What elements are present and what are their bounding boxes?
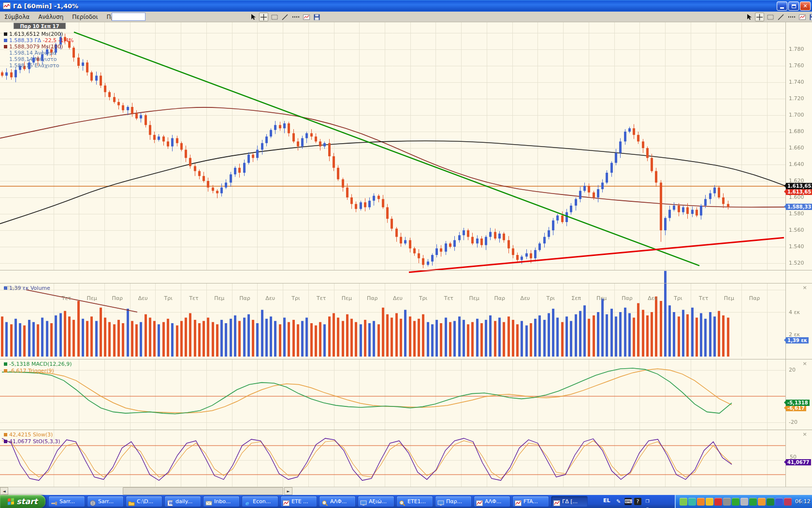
task-button-6[interactable]: ETE ... — [280, 496, 317, 507]
slow-marker — [4, 433, 7, 436]
toolbar-expand-icon[interactable]: ❐▾ — [644, 498, 651, 505]
tray-icon-11[interactable] — [767, 498, 774, 506]
task-button-9[interactable]: ΕΤΕ1... — [396, 496, 433, 507]
scroll-right-arrow[interactable]: ► — [284, 487, 292, 495]
scroll-left-arrow[interactable]: ◄ — [0, 487, 8, 495]
task-button-12[interactable]: FTA... — [512, 496, 549, 507]
day-axis-label: Τετ — [189, 295, 198, 301]
legend-symbol: 1.588,33 ΓΔ -22,5 -1,4% — [4, 37, 74, 44]
task-label: ΕΤΕ1... — [407, 498, 426, 505]
day-axis-label: Παρ — [749, 295, 760, 301]
volume-axis-label: 4 εκ — [789, 309, 800, 315]
trendline-icon[interactable] — [280, 13, 290, 21]
ie-icon: e — [244, 499, 251, 505]
word-icon: W — [167, 499, 174, 505]
price-axis-label: 1.740 — [789, 79, 804, 85]
tray-icon-8[interactable] — [740, 498, 748, 506]
chart-window-icon[interactable] — [798, 13, 807, 21]
task-button-11[interactable]: ΑΛΦ... — [474, 496, 510, 507]
task-button-8[interactable]: Αξιώ... — [358, 496, 394, 507]
save-icon[interactable] — [808, 13, 812, 21]
scrollbar-thumb[interactable] — [123, 487, 283, 495]
task-button-7[interactable]: ΑΛΦ... — [319, 496, 356, 507]
task-button-5[interactable]: eEcon... — [242, 496, 278, 507]
task-label: ΓΔ [... — [562, 498, 578, 505]
task-label: ΑΛΦ... — [485, 498, 501, 505]
price-axis-label: 1.680 — [789, 128, 804, 134]
menu-item-1[interactable]: Ανάλυση — [34, 13, 68, 21]
tray-icon-3[interactable] — [697, 498, 705, 506]
tray-icon-7[interactable] — [732, 498, 740, 506]
tray-icon-4[interactable] — [706, 498, 713, 506]
macd-axis-label: -20 — [789, 419, 798, 425]
price-axis-label: 1.580 — [789, 210, 804, 217]
price-axis-label: 1.700 — [789, 112, 804, 118]
legend-macd-trigger: -6,617 Trigger(9) — [4, 368, 54, 374]
minimize-button[interactable] — [777, 1, 787, 11]
chart-icon — [515, 499, 522, 505]
task-button-13-active[interactable]: ΓΔ [... — [551, 496, 588, 507]
day-axis-label: Παρ — [239, 295, 250, 301]
task-button-1[interactable]: Sarr... — [87, 496, 124, 507]
tray-icon-2[interactable] — [688, 498, 696, 506]
legend-stoch-slow: 42,4215 Slow(3) — [4, 432, 53, 438]
tray-icon-5[interactable] — [714, 498, 722, 506]
watermark: 2Trade™ — [4, 285, 25, 291]
task-label: FTA... — [523, 498, 538, 505]
help-icon[interactable]: ? — [634, 498, 641, 505]
task-button-4[interactable]: Inbo... — [203, 496, 240, 507]
cursor-icon[interactable] — [248, 13, 258, 21]
day-axis-label: Δευ — [138, 295, 148, 301]
language-indicator[interactable]: EL — [603, 497, 610, 504]
tray-icon-6[interactable] — [723, 498, 731, 506]
task-button-3[interactable]: Wdaily... — [164, 496, 201, 507]
ma200-marker — [4, 32, 7, 36]
magnifier-icon — [321, 499, 328, 505]
menu-item-0[interactable]: Σύμβολα — [0, 13, 34, 21]
volume-panel-close-icon[interactable]: × — [802, 285, 808, 291]
save-icon[interactable] — [312, 13, 321, 21]
dotted-line-icon[interactable] — [787, 13, 796, 21]
macd-panel-close-icon[interactable]: × — [802, 361, 808, 367]
task-button-0[interactable]: Sarr... — [48, 496, 85, 507]
chart-canvas[interactable] — [0, 22, 812, 487]
pen-input-icon[interactable]: ✎ — [615, 498, 622, 505]
day-axis-label: Τρι — [291, 295, 300, 301]
chart-window-icon[interactable] — [302, 13, 311, 21]
crosshair-icon[interactable] — [259, 13, 268, 21]
trendline-icon[interactable] — [776, 13, 785, 21]
cursor-icon[interactable] — [744, 13, 754, 21]
restore-button[interactable] — [788, 1, 799, 11]
region-select-icon[interactable] — [270, 13, 279, 21]
start-button[interactable]: start — [0, 495, 45, 508]
dotted-line-icon[interactable] — [291, 13, 300, 21]
legend-ma100: 1.588,3079 Ms(100) — [4, 44, 63, 50]
tray-icon-1[interactable] — [680, 498, 687, 506]
region-select-icon[interactable] — [766, 13, 775, 21]
menu-item-2[interactable]: Περίοδοι — [68, 13, 102, 21]
legend-macd: -5,1318 MACD(12,26,9) — [4, 361, 72, 367]
tray-icon-9[interactable] — [749, 498, 757, 506]
day-axis-label: Δευ — [648, 295, 657, 301]
day-axis-label: Τρι — [419, 295, 427, 301]
task-label: ETE ... — [291, 498, 308, 505]
last-price-tag: 1.588,33 — [786, 204, 812, 210]
task-button-10[interactable]: Παρ... — [435, 496, 472, 507]
stoch-panel-close-icon[interactable]: × — [802, 432, 808, 437]
crosshair-icon[interactable] — [755, 13, 764, 21]
tray-icon-10[interactable] — [758, 498, 766, 506]
price-axis-label: 1.600 — [789, 194, 804, 200]
monitor-icon — [437, 499, 444, 505]
day-axis-label: Δευ — [521, 295, 530, 301]
tray-icon-13[interactable] — [784, 498, 792, 506]
horizontal-scrollbar[interactable]: ◄ ► — [0, 487, 812, 495]
day-axis-label: Τρι — [674, 295, 682, 301]
symbol-input[interactable] — [112, 13, 145, 21]
close-button[interactable]: ✕ — [800, 1, 811, 11]
keyboard-icon[interactable]: ⌨ — [624, 498, 632, 505]
toolbar-main — [248, 12, 321, 22]
title-bar: ΓΔ [60min] -1,40% ✕ — [0, 0, 812, 12]
tray-icon-12[interactable] — [775, 498, 783, 506]
task-label: daily... — [175, 498, 192, 505]
task-button-2[interactable]: C:\D... — [126, 496, 162, 507]
